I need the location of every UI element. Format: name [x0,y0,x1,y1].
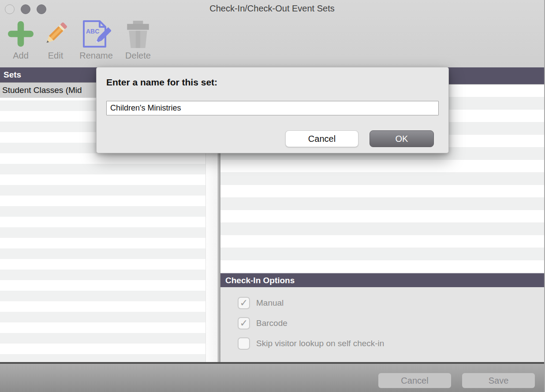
rename-document-icon: ABC [81,19,111,48]
delete-button-label: Delete [125,50,151,61]
manual-checkbox[interactable]: ✓ [238,297,250,309]
skip-visitor-lookup-label: Skip visitor lookup on self check-in [256,339,384,348]
plus-icon [8,19,34,48]
title-bar: Check-In/Check-Out Event Sets Add [0,0,544,67]
footer-bar: Cancel Save [0,362,545,392]
trash-icon [125,19,151,48]
option-row-skip-visitor-lookup: Skip visitor lookup on self check-in [238,337,545,350]
barcode-label: Barcode [256,318,287,328]
app-window: Check-In/Check-Out Event Sets Add [0,0,545,392]
dialog-ok-button[interactable]: OK [370,130,434,147]
manual-label: Manual [256,298,284,308]
set-name-input[interactable] [106,101,439,115]
rename-icon-text: ABC [86,28,99,35]
option-row-barcode: ✓ Barcode [238,317,545,329]
dialog-title: Enter a name for this set: [106,77,217,88]
barcode-checkbox[interactable]: ✓ [238,317,250,329]
footer-cancel-button[interactable]: Cancel [378,373,451,388]
edit-button[interactable]: Edit [38,19,73,61]
footer-save-button[interactable]: Save [462,373,535,388]
option-row-manual: ✓ Manual [238,297,545,309]
rename-button-label: Rename [79,50,113,61]
check-in-options-area: ✓ Manual ✓ Barcode Skip visitor lookup o… [220,287,545,362]
add-button[interactable]: Add [4,19,37,61]
toolbar: Add Ed [4,19,155,61]
delete-button[interactable]: Delete [121,19,155,61]
skip-visitor-lookup-checkbox[interactable] [238,337,250,350]
name-set-dialog: Enter a name for this set: Cancel OK [96,67,449,153]
pencil-icon [41,19,70,48]
rename-button[interactable]: ABC Rename [76,19,116,61]
add-button-label: Add [13,50,29,61]
edit-button-label: Edit [48,50,63,61]
window-title: Check-In/Check-Out Event Sets [0,4,544,14]
check-in-options-header: Check-In Options [220,273,545,287]
dialog-cancel-button[interactable]: Cancel [285,130,358,147]
